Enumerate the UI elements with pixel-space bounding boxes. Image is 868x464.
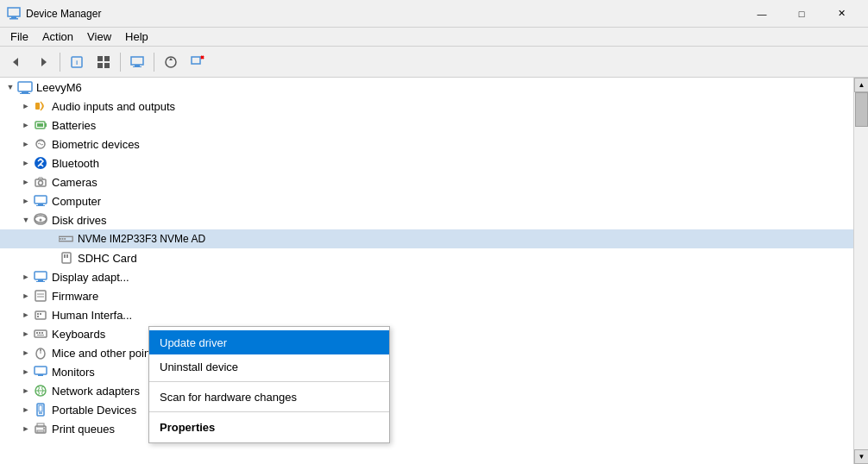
- monitors-expand-icon[interactable]: ►: [19, 365, 33, 379]
- print-expand-icon[interactable]: ►: [19, 422, 33, 436]
- svg-rect-18: [18, 82, 32, 91]
- scrollbar-track[interactable]: [854, 92, 868, 449]
- ctx-separator-1: [149, 381, 389, 382]
- window-controls: — □ ✕: [742, 0, 861, 28]
- ctx-scan-hardware[interactable]: Scan for hardware changes: [149, 385, 389, 409]
- svg-rect-49: [37, 313, 39, 315]
- cameras-expand-icon[interactable]: ►: [19, 175, 33, 189]
- keyboards-label: Keyboards: [52, 328, 105, 341]
- svg-rect-44: [36, 281, 45, 282]
- biometric-expand-icon[interactable]: ►: [19, 137, 33, 151]
- disk-expand-icon[interactable]: ▼: [19, 213, 33, 227]
- display-expand-icon[interactable]: ►: [19, 270, 33, 284]
- disk-label: Disk drives: [52, 214, 107, 227]
- monitor-button[interactable]: [124, 50, 150, 74]
- tree-item-bluetooth[interactable]: ► Bluetooth: [0, 154, 853, 172]
- tree-item-portable[interactable]: ► Portable Devices: [0, 400, 853, 419]
- menu-action[interactable]: Action: [35, 28, 80, 45]
- firmware-label: Firmware: [52, 290, 98, 303]
- menu-help[interactable]: Help: [118, 28, 155, 45]
- tree-item-biometric[interactable]: ► Biometric devices: [0, 135, 853, 154]
- scroll-up-button[interactable]: ▲: [854, 78, 868, 92]
- svg-marker-3: [13, 58, 18, 66]
- tree-item-audio[interactable]: ► Audio inputs and outputs: [0, 97, 853, 116]
- tree-item-disk[interactable]: ▼ Disk drives: [0, 210, 853, 229]
- portable-expand-icon[interactable]: ►: [19, 403, 33, 417]
- network-label: Network adapters: [52, 385, 140, 398]
- maximize-button[interactable]: □: [782, 0, 821, 28]
- svg-rect-13: [133, 66, 142, 67]
- firmware-expand-icon[interactable]: ►: [19, 289, 33, 303]
- human-expand-icon[interactable]: ►: [19, 308, 33, 322]
- tree-item-sdhc[interactable]: ► SDHC Card: [0, 248, 853, 267]
- scan-button[interactable]: [158, 50, 184, 74]
- menu-file[interactable]: File: [3, 28, 35, 45]
- portable-icon: [33, 402, 48, 417]
- tree-item-keyboards[interactable]: ► Keyboards: [0, 324, 853, 343]
- network-expand-icon[interactable]: ►: [19, 384, 33, 398]
- ctx-properties[interactable]: Properties: [149, 415, 389, 439]
- svg-rect-66: [39, 405, 42, 411]
- svg-rect-21: [35, 103, 40, 110]
- tree-item-network[interactable]: ► Network adapters: [0, 381, 853, 400]
- root-expand-icon[interactable]: ▼: [3, 80, 17, 94]
- mice-expand-icon[interactable]: ►: [19, 346, 33, 360]
- tree-item-batteries[interactable]: ► Batteries: [0, 116, 853, 135]
- properties-button[interactable]: i: [64, 50, 90, 74]
- computer-label: Computer: [52, 195, 101, 208]
- svg-rect-41: [66, 254, 68, 258]
- human-label: Human Interfa...: [52, 309, 132, 322]
- svg-rect-19: [22, 91, 28, 93]
- batteries-expand-icon[interactable]: ►: [19, 118, 33, 132]
- print-icon: [33, 421, 48, 436]
- ctx-uninstall-device[interactable]: Uninstall device: [149, 354, 389, 379]
- svg-rect-50: [40, 313, 41, 315]
- svg-rect-61: [38, 374, 43, 376]
- minimize-button[interactable]: —: [742, 0, 782, 28]
- toolbar: i: [0, 47, 868, 78]
- svg-rect-36: [60, 238, 61, 240]
- bluetooth-expand-icon[interactable]: ►: [19, 156, 33, 170]
- svg-rect-12: [135, 65, 140, 66]
- display-icon: [33, 269, 48, 285]
- audio-label: Audio inputs and outputs: [52, 100, 175, 113]
- forward-button[interactable]: [30, 50, 56, 74]
- svg-rect-45: [35, 291, 46, 301]
- batteries-label: Batteries: [52, 119, 96, 132]
- tree-root[interactable]: ▼ LeevyM6: [0, 78, 853, 97]
- tree-item-print[interactable]: ► Print queues: [0, 419, 853, 438]
- title-bar: Device Manager — □ ✕: [0, 0, 868, 28]
- svg-text:i: i: [76, 59, 78, 66]
- menu-view[interactable]: View: [80, 28, 118, 45]
- human-icon: [33, 307, 48, 323]
- svg-rect-43: [38, 279, 43, 281]
- app-icon: [7, 7, 21, 21]
- keyboards-expand-icon[interactable]: ►: [19, 327, 33, 341]
- svg-rect-15: [192, 57, 200, 64]
- tree-item-mice[interactable]: ► Mice and other pointing devices: [0, 343, 853, 362]
- bluetooth-label: Bluetooth: [52, 157, 99, 170]
- svg-rect-56: [37, 335, 44, 335]
- svg-rect-23: [45, 123, 47, 127]
- vertical-scrollbar[interactable]: ▲ ▼: [853, 78, 868, 464]
- firmware-icon: [33, 288, 48, 304]
- grid-button[interactable]: [91, 50, 116, 74]
- scrollbar-thumb[interactable]: [855, 92, 868, 127]
- svg-rect-37: [62, 238, 64, 240]
- close-button[interactable]: ✕: [821, 0, 861, 28]
- tree-panel[interactable]: ▼ LeevyM6 ► Audio inputs and outputs: [0, 78, 853, 464]
- tree-item-monitors[interactable]: ► Monitors: [0, 362, 853, 381]
- ctx-update-driver[interactable]: Update driver: [149, 330, 389, 354]
- tree-item-firmware[interactable]: ► Firmware: [0, 286, 853, 305]
- tree-item-display[interactable]: ► Display adapt...: [0, 267, 853, 286]
- remove-button[interactable]: [185, 50, 211, 74]
- audio-expand-icon[interactable]: ►: [19, 99, 33, 113]
- network-icon: [33, 383, 48, 398]
- computer-expand-icon[interactable]: ►: [19, 194, 33, 208]
- tree-item-cameras[interactable]: ► Cameras: [0, 172, 853, 191]
- back-button[interactable]: [3, 50, 29, 74]
- tree-item-computer[interactable]: ► Computer: [0, 191, 853, 210]
- tree-item-nvme[interactable]: ► NVMe IM2P33F3 NVMe AD: [0, 229, 853, 248]
- tree-item-human[interactable]: ► Human Interfa...: [0, 305, 853, 324]
- scroll-down-button[interactable]: ▼: [854, 449, 868, 464]
